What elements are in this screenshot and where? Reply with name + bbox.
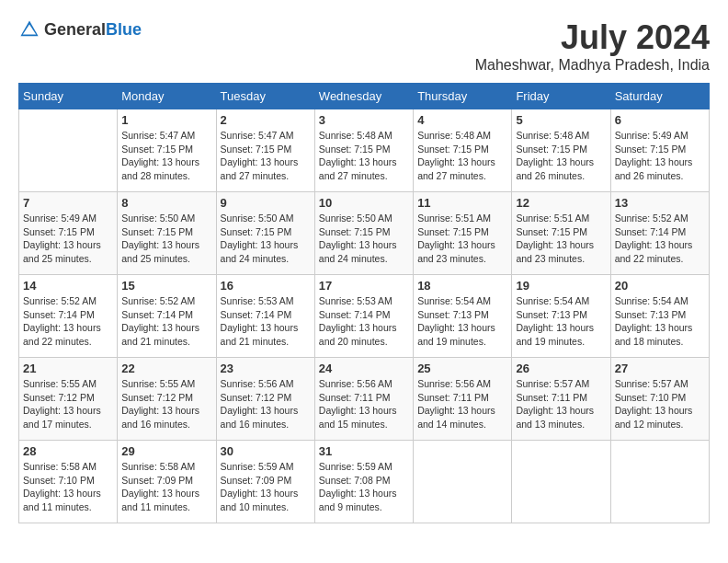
calendar-day-cell: 13Sunrise: 5:52 AM Sunset: 7:14 PM Dayli…: [610, 192, 709, 275]
day-number: 8: [121, 196, 211, 210]
calendar-day-cell: 15Sunrise: 5:52 AM Sunset: 7:14 PM Dayli…: [118, 275, 216, 358]
calendar-day-cell: 20Sunrise: 5:54 AM Sunset: 7:13 PM Dayli…: [610, 275, 709, 358]
calendar-day-cell: 30Sunrise: 5:59 AM Sunset: 7:09 PM Dayli…: [216, 441, 314, 523]
day-number: 15: [121, 279, 211, 293]
title-block: July 2024 Maheshwar, Madhya Pradesh, Ind…: [475, 18, 710, 74]
calendar-day-cell: 2Sunrise: 5:47 AM Sunset: 7:15 PM Daylig…: [216, 109, 314, 192]
day-info: Sunrise: 5:52 AM Sunset: 7:14 PM Dayligh…: [23, 295, 101, 347]
day-info: Sunrise: 5:53 AM Sunset: 7:14 PM Dayligh…: [221, 295, 299, 347]
day-info: Sunrise: 5:48 AM Sunset: 7:15 PM Dayligh…: [516, 130, 594, 181]
logo-text-general: General: [44, 20, 106, 39]
weekday-header-cell: Monday: [118, 84, 216, 109]
day-info: Sunrise: 5:58 AM Sunset: 7:09 PM Dayligh…: [121, 461, 199, 512]
calendar-day-cell: 4Sunrise: 5:48 AM Sunset: 7:15 PM Daylig…: [414, 109, 512, 192]
calendar-table: SundayMondayTuesdayWednesdayThursdayFrid…: [18, 83, 710, 523]
calendar-day-cell: 24Sunrise: 5:56 AM Sunset: 7:11 PM Dayli…: [314, 358, 413, 441]
day-number: 26: [516, 362, 606, 375]
day-info: Sunrise: 5:50 AM Sunset: 7:15 PM Dayligh…: [319, 213, 397, 264]
day-number: 6: [615, 113, 705, 127]
day-info: Sunrise: 5:56 AM Sunset: 7:12 PM Dayligh…: [221, 378, 299, 430]
logo: GeneralBlue: [18, 18, 142, 40]
weekday-header-cell: Friday: [512, 84, 610, 109]
day-info: Sunrise: 5:59 AM Sunset: 7:09 PM Dayligh…: [221, 461, 299, 512]
calendar-day-cell: [512, 441, 610, 523]
weekday-header-cell: Wednesday: [314, 84, 413, 109]
day-number: 19: [516, 279, 606, 293]
calendar-day-cell: 8Sunrise: 5:50 AM Sunset: 7:15 PM Daylig…: [118, 192, 216, 275]
day-number: 16: [221, 279, 311, 293]
calendar-day-cell: 3Sunrise: 5:48 AM Sunset: 7:15 PM Daylig…: [314, 109, 413, 192]
day-info: Sunrise: 5:54 AM Sunset: 7:13 PM Dayligh…: [615, 295, 693, 347]
calendar-day-cell: 21Sunrise: 5:55 AM Sunset: 7:12 PM Dayli…: [19, 358, 118, 441]
calendar-day-cell: 16Sunrise: 5:53 AM Sunset: 7:14 PM Dayli…: [216, 275, 314, 358]
day-info: Sunrise: 5:55 AM Sunset: 7:12 PM Dayligh…: [121, 378, 199, 430]
day-number: 25: [417, 362, 507, 375]
day-info: Sunrise: 5:50 AM Sunset: 7:15 PM Dayligh…: [221, 213, 299, 264]
calendar-header-row: SundayMondayTuesdayWednesdayThursdayFrid…: [19, 84, 710, 109]
calendar-day-cell: [610, 441, 709, 523]
day-number: 24: [319, 362, 409, 375]
day-number: 18: [417, 279, 507, 293]
day-info: Sunrise: 5:57 AM Sunset: 7:10 PM Dayligh…: [615, 378, 693, 430]
logo-icon: [18, 18, 40, 40]
calendar-day-cell: 22Sunrise: 5:55 AM Sunset: 7:12 PM Dayli…: [118, 358, 216, 441]
day-info: Sunrise: 5:48 AM Sunset: 7:15 PM Dayligh…: [319, 130, 397, 181]
day-info: Sunrise: 5:58 AM Sunset: 7:10 PM Dayligh…: [23, 461, 101, 512]
weekday-header-cell: Thursday: [414, 84, 512, 109]
day-number: 14: [23, 279, 113, 293]
day-number: 23: [221, 362, 311, 375]
day-number: 20: [615, 279, 705, 293]
weekday-header-cell: Sunday: [19, 84, 118, 109]
calendar-day-cell: 28Sunrise: 5:58 AM Sunset: 7:10 PM Dayli…: [19, 441, 118, 523]
calendar-day-cell: 19Sunrise: 5:54 AM Sunset: 7:13 PM Dayli…: [512, 275, 610, 358]
day-number: 22: [121, 362, 211, 375]
calendar-week-row: 21Sunrise: 5:55 AM Sunset: 7:12 PM Dayli…: [19, 358, 710, 441]
calendar-week-row: 28Sunrise: 5:58 AM Sunset: 7:10 PM Dayli…: [19, 441, 710, 523]
day-number: 9: [221, 196, 311, 210]
day-number: 13: [615, 196, 705, 210]
day-number: 2: [221, 113, 311, 127]
day-number: 7: [23, 196, 113, 210]
day-info: Sunrise: 5:47 AM Sunset: 7:15 PM Dayligh…: [121, 130, 199, 181]
day-number: 31: [319, 444, 409, 458]
calendar-day-cell: 29Sunrise: 5:58 AM Sunset: 7:09 PM Dayli…: [118, 441, 216, 523]
day-info: Sunrise: 5:54 AM Sunset: 7:13 PM Dayligh…: [516, 295, 594, 347]
calendar-body: 1Sunrise: 5:47 AM Sunset: 7:15 PM Daylig…: [19, 109, 710, 523]
calendar-day-cell: 23Sunrise: 5:56 AM Sunset: 7:12 PM Dayli…: [216, 358, 314, 441]
day-number: 5: [516, 113, 606, 127]
day-info: Sunrise: 5:50 AM Sunset: 7:15 PM Dayligh…: [121, 213, 199, 264]
day-number: 1: [121, 113, 211, 127]
calendar-week-row: 14Sunrise: 5:52 AM Sunset: 7:14 PM Dayli…: [19, 275, 710, 358]
day-info: Sunrise: 5:55 AM Sunset: 7:12 PM Dayligh…: [23, 378, 101, 430]
calendar-day-cell: 31Sunrise: 5:59 AM Sunset: 7:08 PM Dayli…: [314, 441, 413, 523]
day-info: Sunrise: 5:49 AM Sunset: 7:15 PM Dayligh…: [615, 130, 693, 181]
calendar-day-cell: 27Sunrise: 5:57 AM Sunset: 7:10 PM Dayli…: [610, 358, 709, 441]
day-info: Sunrise: 5:57 AM Sunset: 7:11 PM Dayligh…: [516, 378, 594, 430]
calendar-day-cell: 26Sunrise: 5:57 AM Sunset: 7:11 PM Dayli…: [512, 358, 610, 441]
day-info: Sunrise: 5:51 AM Sunset: 7:15 PM Dayligh…: [516, 213, 594, 264]
page-header: GeneralBlue July 2024 Maheshwar, Madhya …: [18, 18, 710, 74]
day-info: Sunrise: 5:51 AM Sunset: 7:15 PM Dayligh…: [417, 213, 495, 264]
day-number: 3: [319, 113, 409, 127]
calendar-day-cell: 10Sunrise: 5:50 AM Sunset: 7:15 PM Dayli…: [314, 192, 413, 275]
day-number: 27: [615, 362, 705, 375]
day-number: 21: [23, 362, 113, 375]
calendar-day-cell: [414, 441, 512, 523]
day-number: 17: [319, 279, 409, 293]
calendar-day-cell: 25Sunrise: 5:56 AM Sunset: 7:11 PM Dayli…: [414, 358, 512, 441]
day-info: Sunrise: 5:59 AM Sunset: 7:08 PM Dayligh…: [319, 461, 397, 512]
calendar-day-cell: 14Sunrise: 5:52 AM Sunset: 7:14 PM Dayli…: [19, 275, 118, 358]
day-info: Sunrise: 5:49 AM Sunset: 7:15 PM Dayligh…: [23, 213, 101, 264]
day-info: Sunrise: 5:52 AM Sunset: 7:14 PM Dayligh…: [121, 295, 199, 347]
day-number: 4: [417, 113, 507, 127]
calendar-week-row: 7Sunrise: 5:49 AM Sunset: 7:15 PM Daylig…: [19, 192, 710, 275]
day-number: 10: [319, 196, 409, 210]
calendar-day-cell: 5Sunrise: 5:48 AM Sunset: 7:15 PM Daylig…: [512, 109, 610, 192]
day-number: 30: [221, 444, 311, 458]
day-info: Sunrise: 5:56 AM Sunset: 7:11 PM Dayligh…: [417, 378, 495, 430]
calendar-day-cell: 6Sunrise: 5:49 AM Sunset: 7:15 PM Daylig…: [610, 109, 709, 192]
calendar-day-cell: 1Sunrise: 5:47 AM Sunset: 7:15 PM Daylig…: [118, 109, 216, 192]
weekday-header-cell: Saturday: [610, 84, 709, 109]
calendar-day-cell: 9Sunrise: 5:50 AM Sunset: 7:15 PM Daylig…: [216, 192, 314, 275]
month-year-title: July 2024: [475, 18, 710, 57]
